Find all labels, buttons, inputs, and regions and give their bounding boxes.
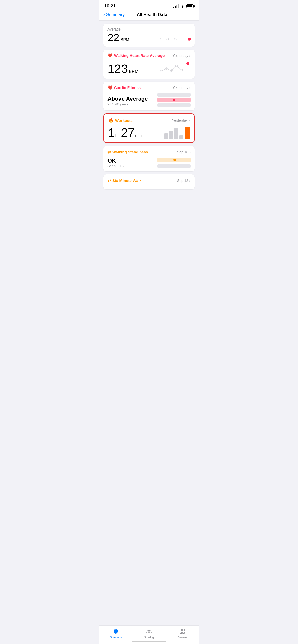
svg-point-7 [188,38,191,41]
workouts-chart [164,126,190,139]
cardio-range-chart [157,93,191,107]
heart-icon-2: ❤️ [107,85,113,90]
steadiness-status: OK [107,157,124,164]
cardio-vo2: 28.1 VO2 max [107,102,148,107]
walking-hr-value: 123 [107,63,128,75]
walking-hr-date: Yesterday › [173,54,191,58]
workouts-date: Yesterday › [172,118,190,122]
partial-heart-rate-card[interactable]: Average 22 BPM [103,24,195,47]
cardio-date: Yesterday › [173,86,191,90]
steadiness-title: ⇄ Walking Steadiness [107,150,148,154]
workouts-value: 1 hr 27 min [108,127,143,139]
partial-chart [160,33,191,43]
six-walk-title: ⇄ Six-Minute Walk [107,178,141,183]
steadiness-range-chart [157,158,191,168]
steadiness-date-range: Sep 9 – 16 [107,164,124,168]
status-bar: 10:21 [99,0,199,10]
cardio-title: ❤️ Cardio Fitness [107,85,141,90]
heart-icon: ❤️ [107,53,113,58]
walking-steadiness-card[interactable]: ⇄ Walking Steadiness Sep 16 › OK Sep 9 –… [103,146,195,171]
chevron-left-icon: ‹ [103,12,105,17]
nav-bar: ‹ Summary All Health Data [99,10,199,21]
fire-icon: 🔥 [108,118,114,123]
signal-icon [173,4,179,8]
arrows-icon-2: ⇄ [107,178,111,183]
main-content: Average 22 BPM ❤️ W [99,21,199,215]
page-title: All Health Data [109,12,195,17]
walking-hr-title: ❤️ Walking Heart Rate Average [107,53,165,58]
wifi-icon [180,4,185,8]
six-minute-walk-card[interactable]: ⇄ Six-Minute Walk Sep 12 › [103,174,195,189]
chevron-right-icon-5: › [189,179,191,183]
svg-point-13 [186,62,189,65]
workouts-card[interactable]: 🔥 Workouts Yesterday › 1 hr 27 min [103,113,195,143]
partial-unit: BPM [120,38,129,42]
workouts-title: 🔥 Workouts [108,118,133,123]
cardio-fitness-card[interactable]: ❤️ Cardio Fitness Yesterday › Above Aver… [103,82,195,110]
chevron-right-icon: › [189,54,191,58]
cardio-status: Above Average [107,96,148,102]
status-time: 10:21 [104,4,115,9]
status-icons [173,4,194,8]
arrows-icon: ⇄ [107,150,111,154]
six-walk-date: Sep 12 › [177,179,191,183]
battery-icon [186,4,194,8]
steadiness-date: Sep 16 › [177,150,191,154]
chevron-right-icon-4: › [189,150,191,154]
walking-heart-rate-card[interactable]: ❤️ Walking Heart Rate Average Yesterday … [103,50,195,79]
partial-value: 22 [107,32,119,43]
walking-hr-chart [160,61,191,75]
chevron-right-icon-2: › [189,86,191,90]
walking-hr-unit: BPM [129,69,138,74]
avg-label: Average [107,27,129,31]
chevron-right-icon-3: › [189,118,190,122]
